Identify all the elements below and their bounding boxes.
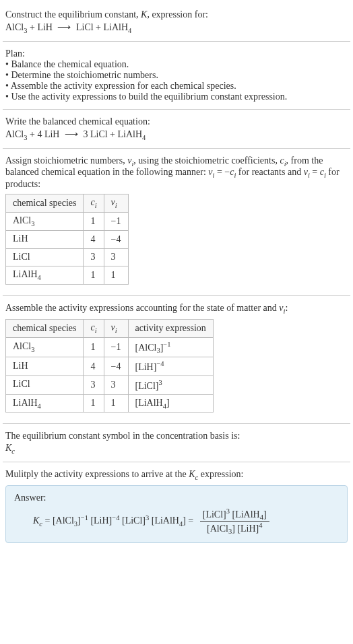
sp: LiH (13, 361, 28, 371)
symbol-section: The equilibrium constant symbol in the c… (3, 427, 350, 459)
bal-lhs1: AlCl (5, 129, 24, 139)
den-b-sup: 4 (259, 522, 262, 529)
t4: [LiAlH (152, 515, 179, 526)
col-c: ci (84, 194, 104, 213)
cell-nu: 3 (104, 248, 128, 266)
sub-i: i (115, 202, 117, 209)
cell-c: 1 (84, 337, 104, 357)
cell-activity: [AlCl3]−1 (128, 337, 213, 357)
fraction-denominator: [AlCl3] [LiH]4 (200, 522, 269, 535)
eq: = (42, 515, 53, 526)
bal-rhs: 3 LiCl + LiAlH (81, 129, 142, 139)
fraction-numerator: [LiCl]3 [LiAlH4] (200, 507, 269, 522)
plan-bullet: • Determine the stoichiometric numbers. (5, 70, 348, 81)
ax-sup: 3 (159, 379, 162, 386)
plan-bullet: • Assemble the activity expression for e… (5, 81, 348, 92)
cell-c: 1 (84, 394, 104, 413)
symbol-text: The equilibrium constant symbol in the c… (5, 431, 348, 441)
cell-nu: −4 (104, 230, 128, 248)
den-a: [AlCl (207, 524, 228, 534)
plan-bullet: • Use the activity expressions to build … (5, 92, 348, 102)
cell-c: 3 (84, 248, 104, 266)
table-header-row: chemical species ci νi (6, 194, 129, 213)
assign-a: Assign stoichiometric numbers, (5, 155, 127, 166)
kc-symbol: Kc (5, 443, 348, 455)
answer-box: Answer: Kc = [AlCl3]−1 [LiH]−4 [LiCl]3 [… (5, 485, 348, 543)
sub-i: i (95, 202, 97, 209)
col-nu: νi (104, 319, 128, 337)
cell-nu: 1 (104, 266, 128, 285)
act-a: Assemble the activity expressions accoun… (5, 303, 279, 313)
bal-plus: + 4 LiH (27, 129, 61, 139)
den-b: [LiH] (237, 524, 259, 534)
assign-b: , using the stoichiometric coefficients, (133, 155, 280, 166)
sub-i: i (95, 327, 97, 334)
unbalanced-equation: AlCl3 + LiH ⟶ LiCl + LiAlH4 (5, 22, 348, 34)
table-header-row: chemical species ci νi activity expressi… (6, 319, 214, 337)
table-row: LiH 4 −4 [LiH]−4 (6, 357, 214, 376)
assign-text: Assign stoichiometric numbers, νi, using… (5, 155, 348, 190)
sp: LiCl (13, 252, 30, 262)
sp: AlCl (13, 215, 31, 225)
cell-activity: [LiAlH4] (128, 394, 213, 413)
arrow-icon: ⟶ (55, 22, 73, 32)
cell-nu: 1 (104, 394, 128, 413)
ax-close: ] (166, 398, 170, 408)
prompt-text-a: Construct the equilibrium constant, (5, 9, 141, 20)
k: K (33, 515, 39, 526)
cell-species: LiAlH4 (6, 394, 84, 413)
assign-eq2: = (310, 167, 320, 177)
num-b: [LiAlH (232, 509, 260, 520)
divider (3, 41, 350, 42)
mul-b: expression: (198, 469, 243, 479)
cell-species: LiCl (6, 248, 84, 266)
eq-plus: + LiH (27, 22, 55, 32)
t1: [AlCl (53, 515, 74, 526)
divider (3, 148, 350, 149)
sp: LiH (13, 234, 28, 244)
sp: AlCl (13, 341, 31, 351)
ax: [LiH] (135, 362, 157, 372)
eq-rhs-sub: 4 (128, 27, 131, 34)
cell-c: 4 (84, 230, 104, 248)
divider (3, 295, 350, 296)
sp-sub: 4 (38, 402, 41, 409)
t3: [LiCl] (122, 515, 146, 526)
prompt-section: Construct the equilibrium constant, K, e… (3, 5, 350, 38)
activity-section: Assemble the activity expressions accoun… (3, 299, 350, 421)
t2-sup: −4 (112, 513, 119, 521)
cell-activity: [LiCl]3 (128, 375, 213, 394)
cell-species: AlCl3 (6, 337, 84, 357)
col-nu: νi (104, 194, 128, 213)
mul-a: Mulitply the activity expressions to arr… (5, 469, 189, 479)
ax: [LiAlH (135, 398, 163, 408)
col-species: chemical species (6, 319, 84, 337)
cell-species: LiH (6, 230, 84, 248)
cell-species: LiCl (6, 375, 84, 394)
sub-i: i (115, 327, 117, 334)
num-a: [LiCl] (203, 509, 226, 520)
num-b-close: ] (263, 509, 267, 520)
sp-sub: 3 (31, 220, 34, 227)
col-c: ci (84, 319, 104, 337)
divider (3, 462, 350, 462)
table-row: AlCl3 1 −1 [AlCl3]−1 (6, 337, 214, 357)
cell-species: AlCl3 (6, 212, 84, 230)
table-row: LiCl 3 3 [LiCl]3 (6, 375, 214, 394)
plan-title: Plan: (5, 48, 348, 59)
cell-nu: −1 (104, 337, 128, 357)
t2: [LiH] (90, 515, 112, 526)
assign-d: for reactants and (236, 167, 303, 177)
multiply-section: Mulitply the activity expressions to arr… (3, 465, 350, 547)
answer-expression: Kc = [AlCl3]−1 [LiH]−4 [LiCl]3 [LiAlH4] … (14, 507, 339, 536)
assign-eq1: = − (214, 167, 230, 177)
eq-rhs: LiCl + LiAlH (73, 22, 128, 32)
prompt-line: Construct the equilibrium constant, K, e… (5, 9, 348, 20)
cell-c: 4 (84, 357, 104, 376)
k: K (189, 469, 195, 479)
table-row: LiCl 3 3 (6, 248, 129, 266)
arrow-icon: ⟶ (62, 129, 81, 139)
cell-species: LiH (6, 357, 84, 376)
ax: [AlCl (135, 342, 157, 352)
col-activity: activity expression (128, 319, 213, 337)
